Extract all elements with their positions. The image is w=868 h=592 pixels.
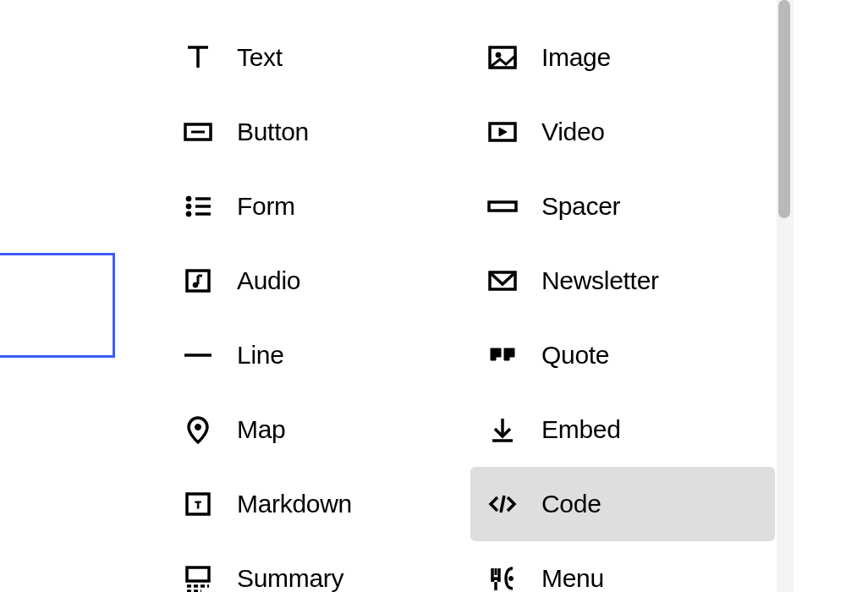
block-label: Menu xyxy=(541,564,604,592)
block-spacer[interactable]: Spacer xyxy=(470,169,775,244)
selected-block-placeholder xyxy=(0,253,115,358)
markdown-icon: T xyxy=(183,489,213,519)
line-icon xyxy=(183,340,213,370)
svg-line-26 xyxy=(501,496,504,513)
svg-point-12 xyxy=(186,211,191,217)
block-label: Markdown xyxy=(237,490,352,518)
svg-point-8 xyxy=(186,196,191,201)
audio-icon xyxy=(183,266,213,296)
block-button[interactable]: Button xyxy=(166,95,470,169)
svg-marker-7 xyxy=(499,128,507,136)
block-label: Form xyxy=(237,192,295,221)
block-markdown[interactable]: T Markdown xyxy=(166,467,470,541)
scrollbar[interactable] xyxy=(777,0,794,592)
block-code[interactable]: Code xyxy=(470,467,775,541)
image-icon xyxy=(487,42,518,73)
video-icon xyxy=(487,117,518,147)
scrollbar-thumb[interactable] xyxy=(778,0,790,218)
block-embed[interactable]: Embed xyxy=(470,392,775,467)
block-form[interactable]: Form xyxy=(166,169,470,244)
block-quote[interactable]: Quote xyxy=(470,318,775,392)
quote-icon xyxy=(487,340,518,370)
newsletter-icon xyxy=(487,266,518,296)
block-line[interactable]: Line xyxy=(166,318,470,392)
block-label: Button xyxy=(237,118,309,146)
block-label: Spacer xyxy=(541,192,620,221)
svg-rect-27 xyxy=(187,567,209,581)
block-label: Quote xyxy=(541,341,609,370)
block-label: Summary xyxy=(237,564,343,592)
svg-point-32 xyxy=(509,577,514,581)
svg-text:T: T xyxy=(195,500,201,510)
block-label: Line xyxy=(237,341,284,370)
block-map[interactable]: Map xyxy=(166,392,470,467)
svg-rect-14 xyxy=(489,202,516,211)
block-label: Newsletter xyxy=(541,266,659,295)
block-text[interactable]: Text xyxy=(166,20,470,95)
block-newsletter[interactable]: Newsletter xyxy=(470,244,775,318)
block-summary[interactable]: Summary xyxy=(166,541,470,592)
block-image[interactable]: Image xyxy=(470,20,775,95)
svg-point-17 xyxy=(193,282,198,288)
block-label: Text xyxy=(237,43,283,72)
menu-icon xyxy=(487,563,518,592)
block-label: Code xyxy=(541,490,602,518)
block-label: Image xyxy=(541,43,611,72)
map-icon xyxy=(183,414,213,445)
block-label: Audio xyxy=(237,266,300,295)
block-label: Map xyxy=(237,415,285,444)
block-grid: Text Image Button xyxy=(166,20,775,592)
embed-icon xyxy=(487,414,518,445)
block-menu[interactable]: Menu xyxy=(470,541,775,592)
code-icon xyxy=(487,489,518,519)
block-audio[interactable]: Audio xyxy=(166,244,470,318)
svg-point-10 xyxy=(186,204,191,209)
button-icon xyxy=(183,117,213,147)
summary-icon xyxy=(183,563,213,592)
block-video[interactable]: Video xyxy=(470,95,775,169)
text-icon xyxy=(183,42,213,73)
spacer-icon xyxy=(487,191,518,222)
block-label: Video xyxy=(541,118,605,146)
block-label: Embed xyxy=(541,415,621,444)
form-icon xyxy=(183,191,213,222)
svg-point-21 xyxy=(195,425,201,430)
svg-point-3 xyxy=(496,52,501,58)
block-picker-panel: Text Image Button xyxy=(124,0,788,592)
